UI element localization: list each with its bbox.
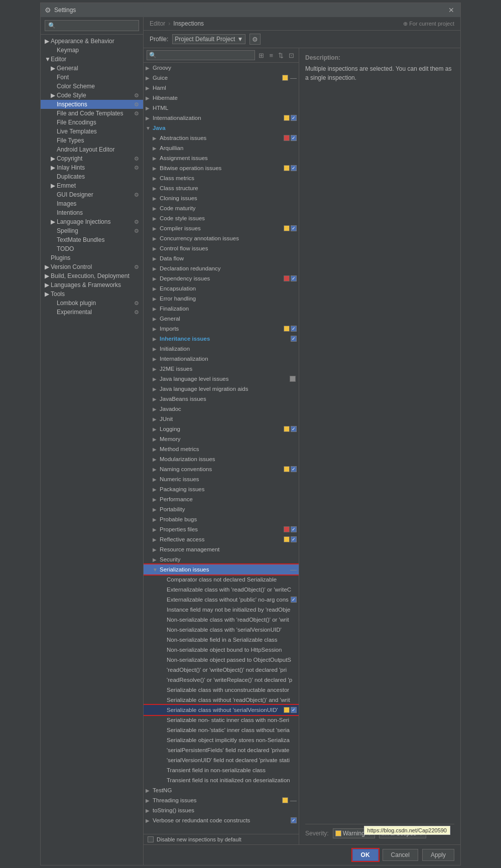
sidebar-item-file-encodings[interactable]: File Encodings: [41, 118, 143, 127]
sidebar-item-build-execution[interactable]: ▶ Build, Execution, Deployment: [41, 271, 143, 280]
list-item[interactable]: Non-serializable object passed to Object…: [144, 655, 299, 665]
list-item[interactable]: ▶ Javadoc: [144, 404, 299, 414]
enabled-checkbox[interactable]: ✓: [291, 336, 297, 342]
sidebar-item-tools[interactable]: ▶ Tools: [41, 290, 143, 299]
sidebar-item-editor[interactable]: ▼ Editor: [41, 55, 143, 64]
list-item[interactable]: ▶ Resource management: [144, 544, 299, 554]
list-item[interactable]: Serializable object implicitly stores no…: [144, 735, 299, 745]
list-item[interactable]: ▶ Abstraction issues ✓: [144, 133, 299, 143]
enabled-checkbox[interactable]: ✓: [291, 135, 297, 141]
sidebar-item-keymap[interactable]: Keymap: [41, 46, 143, 55]
cancel-button[interactable]: Cancel: [383, 849, 418, 861]
list-item[interactable]: ▶ Naming conventions ✓: [144, 464, 299, 474]
enabled-checkbox[interactable]: ✓: [291, 426, 297, 432]
list-item[interactable]: ▶ Class metrics: [144, 173, 299, 183]
list-item[interactable]: 'readResolve()' or 'writeReplace()' not …: [144, 675, 299, 685]
disable-checkbox[interactable]: [148, 836, 154, 842]
list-item[interactable]: ▶ Hibernate: [144, 93, 299, 103]
sidebar-item-color-scheme[interactable]: Color Scheme: [41, 82, 143, 91]
list-item[interactable]: ▶ Logging ✓: [144, 424, 299, 434]
sidebar-item-language-injections[interactable]: ▶ Language Injections ⚙: [41, 217, 143, 226]
list-item[interactable]: ▶ Properties files ✓: [144, 524, 299, 534]
list-item[interactable]: Comparator class not declared Serializab…: [144, 574, 299, 585]
sidebar-item-duplicates[interactable]: Duplicates: [41, 172, 143, 181]
list-item[interactable]: 'serialPersistentFields' field not decla…: [144, 745, 299, 755]
enabled-checkbox[interactable]: ✓: [291, 275, 297, 281]
list-item[interactable]: ▶ Control flow issues: [144, 243, 299, 253]
list-item[interactable]: ▶ Cloning issues: [144, 193, 299, 203]
list-item[interactable]: ▶ Portability: [144, 504, 299, 514]
list-item[interactable]: ▶ Concurrency annotation issues: [144, 233, 299, 243]
sidebar-item-inlay-hints[interactable]: ▶ Inlay Hints ⚙: [41, 163, 143, 172]
list-item[interactable]: ▶ Guice —: [144, 73, 299, 83]
enabled-checkbox[interactable]: ✓: [291, 597, 297, 603]
list-item[interactable]: ▶ Declaration redundancy: [144, 263, 299, 273]
sidebar-search-input[interactable]: [45, 20, 139, 31]
sidebar-item-spelling[interactable]: Spelling ⚙: [41, 226, 143, 235]
list-item[interactable]: ▶ Arquillian: [144, 143, 299, 153]
sidebar-item-copyright[interactable]: ▶ Copyright ⚙: [41, 154, 143, 163]
list-item[interactable]: ▶ Probable bugs: [144, 514, 299, 524]
list-item[interactable]: Serializable non-'static' inner class wi…: [144, 725, 299, 735]
list-item-inheritance[interactable]: ▶ Inheritance issues ✓: [144, 334, 299, 344]
list-item[interactable]: ▶ Java language level issues: [144, 374, 299, 384]
filter-button[interactable]: ⊞: [257, 51, 266, 60]
list-item[interactable]: ▶ TestNG: [144, 785, 299, 795]
list-item[interactable]: ▶ Code style issues: [144, 213, 299, 223]
sidebar-item-languages-frameworks[interactable]: ▶ Languages & Frameworks: [41, 280, 143, 290]
list-item[interactable]: ▶ Assignment issues: [144, 153, 299, 163]
sidebar-item-gui-designer[interactable]: GUI Designer ⚙: [41, 190, 143, 199]
list-item[interactable]: ▶ Haml: [144, 83, 299, 93]
list-item[interactable]: ▶ Imports ✓: [144, 324, 299, 334]
list-item[interactable]: Transient field in non-serializable clas…: [144, 765, 299, 775]
list-item[interactable]: ▶ Bitwise operation issues ✓: [144, 163, 299, 173]
list-item[interactable]: Non-serializable field in a Serializable…: [144, 635, 299, 645]
list-item[interactable]: ▶ Internationalization: [144, 354, 299, 364]
sidebar-item-lombok[interactable]: Lombok plugin ⚙: [41, 299, 143, 308]
list-item-serial-versionuid[interactable]: Serializable class without 'serialVersio…: [144, 705, 299, 715]
list-item[interactable]: ▶ Performance: [144, 494, 299, 504]
sidebar-item-experimental[interactable]: Experimental ⚙: [41, 308, 143, 317]
enabled-checkbox[interactable]: ✓: [291, 326, 297, 332]
enabled-checkbox[interactable]: ✓: [291, 466, 297, 472]
sidebar-item-textmate[interactable]: TextMate Bundles: [41, 235, 143, 244]
list-item[interactable]: ▶ Packaging issues: [144, 484, 299, 494]
sidebar-item-live-templates[interactable]: Live Templates: [41, 127, 143, 136]
sidebar-item-code-style[interactable]: ▶ Code Style ⚙: [41, 91, 143, 100]
list-item[interactable]: ▶ Initialization: [144, 344, 299, 354]
sidebar-item-font[interactable]: Font: [41, 73, 143, 82]
list-item[interactable]: ▶ JavaBeans issues: [144, 394, 299, 404]
list-item[interactable]: ▶ Data flow: [144, 253, 299, 263]
list-item[interactable]: Transient field is not initialized on de…: [144, 775, 299, 785]
apply-button[interactable]: Apply: [422, 849, 454, 861]
ok-button[interactable]: OK: [352, 849, 379, 861]
profile-gear-button[interactable]: ⚙: [249, 34, 261, 45]
list-item[interactable]: ▶ Java language level migration aids: [144, 384, 299, 394]
list-item[interactable]: ▶ Modularization issues: [144, 454, 299, 464]
list-item[interactable]: ▶ Internationalization ✓: [144, 113, 299, 123]
list-item[interactable]: ▶ General: [144, 314, 299, 324]
profile-select[interactable]: Project Default Project ▼: [172, 34, 245, 44]
sort-button[interactable]: ≡: [268, 51, 275, 60]
list-item[interactable]: ▶ Numeric issues: [144, 474, 299, 484]
list-item[interactable]: ▶ toString() issues: [144, 805, 299, 815]
list-item[interactable]: Externalizable class with 'readObject()'…: [144, 585, 299, 595]
close-button[interactable]: ✕: [446, 5, 456, 15]
list-item[interactable]: ▶ JUnit: [144, 414, 299, 424]
list-item[interactable]: Serializable class without 'readObject()…: [144, 695, 299, 705]
sidebar-item-plugins[interactable]: Plugins: [41, 253, 143, 262]
list-item[interactable]: Non-serializable class with 'readObject(…: [144, 615, 299, 625]
sidebar-item-file-code-templates[interactable]: File and Code Templates ⚙: [41, 109, 143, 118]
list-item[interactable]: ▶ Finalization: [144, 304, 299, 314]
sidebar-item-images[interactable]: Images: [41, 199, 143, 208]
list-item[interactable]: Non-serializable object bound to HttpSes…: [144, 645, 299, 655]
list-item[interactable]: Non-serializable class with 'serialVersi…: [144, 625, 299, 635]
search-input[interactable]: [147, 50, 255, 60]
list-item-serialization[interactable]: ▼ Serialization issues —: [144, 564, 299, 574]
list-item[interactable]: ▶ Security: [144, 554, 299, 564]
enabled-checkbox[interactable]: ✓: [291, 536, 297, 542]
sidebar-item-todo[interactable]: TODO: [41, 244, 143, 253]
list-item[interactable]: Serializable class with unconstructable …: [144, 685, 299, 695]
list-item[interactable]: ▶ Dependency issues ✓: [144, 273, 299, 283]
collapse-all-button[interactable]: ⊡: [287, 51, 296, 60]
